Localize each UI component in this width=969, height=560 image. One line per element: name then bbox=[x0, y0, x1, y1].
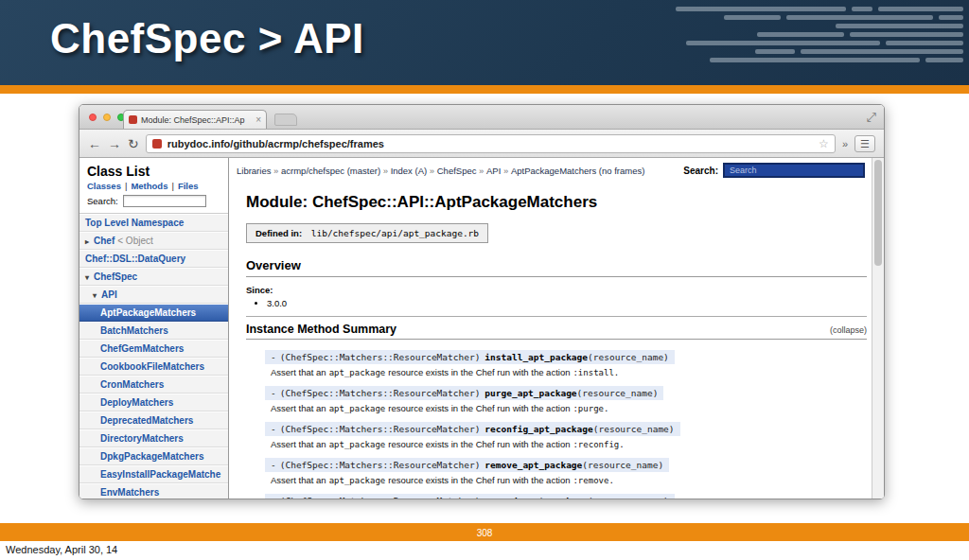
slide-header: ChefSpec > API bbox=[0, 0, 969, 85]
inline-code: apt_package bbox=[329, 476, 386, 485]
tree-toggle-icon[interactable]: ▸ bbox=[85, 234, 94, 250]
browser-titlebar: Module: ChefSpec::API::Ap × ⤢ bbox=[79, 105, 884, 130]
site-favicon-icon bbox=[152, 139, 162, 149]
sidebar-search-label: Search: bbox=[87, 196, 118, 206]
inline-code: :purge. bbox=[573, 404, 608, 413]
doc-body: Module: ChefSpec::API::AptPackageMatcher… bbox=[229, 182, 884, 499]
close-window-button[interactable] bbox=[89, 114, 97, 121]
class-tree-item[interactable]: Chef::DSL::DataQuery bbox=[79, 250, 228, 268]
class-tree-item[interactable]: ▾API bbox=[79, 286, 228, 304]
browser-window: Module: ChefSpec::API::Ap × ⤢ ← → ↻ ruby… bbox=[79, 104, 885, 499]
breadcrumb-item[interactable]: API bbox=[486, 166, 511, 176]
method-signature[interactable]: -(ChefSpec::Matchers::ResourceMatcher)re… bbox=[265, 458, 669, 472]
breadcrumb-item[interactable]: acrmp/chefspec (master) bbox=[281, 166, 391, 176]
reload-button[interactable]: ↻ bbox=[128, 137, 139, 150]
sidebar-nav: ClassesMethodsFiles bbox=[79, 180, 228, 193]
new-tab-button[interactable] bbox=[274, 114, 297, 126]
class-tree-item[interactable]: ▾ChefSpec bbox=[79, 268, 228, 286]
class-tree-item[interactable]: DirectoryMatchers bbox=[79, 429, 228, 447]
method-description: Assert that anapt_packageresource exists… bbox=[271, 367, 867, 377]
vertical-scrollbar[interactable] bbox=[872, 158, 884, 499]
back-button[interactable]: ← bbox=[88, 137, 101, 150]
class-tree: Top Level Namespace ▸Chef< Object Chef::… bbox=[79, 213, 228, 499]
browser-tab[interactable]: Module: ChefSpec::API::Ap × bbox=[123, 110, 267, 129]
method-description: Assert that anapt_packageresource exists… bbox=[271, 439, 867, 449]
inline-code: :remove. bbox=[573, 476, 613, 485]
tree-item-label: API bbox=[101, 289, 117, 300]
fullscreen-icon[interactable]: ⤢ bbox=[867, 110, 876, 125]
method-signature[interactable]: -(ChefSpec::Matchers::ResourceMatcher)pu… bbox=[265, 386, 663, 400]
class-tree-item[interactable]: CookbookFileMatchers bbox=[79, 358, 228, 376]
tree-item-label: DpkgPackageMatchers bbox=[100, 451, 204, 462]
sidebar-nav-link[interactable]: Methods bbox=[131, 181, 178, 191]
sidebar-search-input[interactable] bbox=[123, 195, 206, 207]
tree-item-label: Top Level Namespace bbox=[85, 218, 184, 228]
collapse-link[interactable]: (collapse) bbox=[830, 325, 867, 335]
url-bar[interactable]: rubydoc.info/github/acrmp/chefspec/frame… bbox=[146, 134, 836, 153]
class-tree-item[interactable]: ChefGemMatchers bbox=[79, 340, 228, 358]
breadcrumb-item[interactable]: Index (A) bbox=[391, 166, 437, 176]
minimize-window-button[interactable] bbox=[103, 114, 111, 121]
breadcrumb-item[interactable]: AptPackageMatchers (no frames) bbox=[511, 166, 645, 176]
class-tree-item[interactable]: Top Level Namespace bbox=[79, 214, 228, 232]
method-name: install_apt_package bbox=[484, 352, 588, 362]
page-number: 308 bbox=[477, 528, 493, 538]
method-signature[interactable]: -(ChefSpec::Matchers::ResourceMatcher)in… bbox=[265, 350, 675, 364]
menu-icon[interactable]: ☰ bbox=[854, 135, 875, 152]
bookmark-star-icon[interactable]: ☆ bbox=[819, 137, 829, 150]
doc-main: Librariesacrmp/chefspec (master)Index (A… bbox=[229, 158, 884, 499]
class-tree-item[interactable]: DpkgPackageMatchers bbox=[79, 447, 228, 465]
breadcrumb-bar: Librariesacrmp/chefspec (master)Index (A… bbox=[229, 158, 884, 182]
method-summary-item: -(ChefSpec::Matchers::ResourceMatcher)up… bbox=[265, 491, 867, 499]
inline-code: apt_package bbox=[329, 404, 386, 413]
module-title: Module: ChefSpec::API::AptPackageMatcher… bbox=[246, 193, 867, 212]
tab-close-icon[interactable]: × bbox=[255, 115, 261, 125]
class-tree-item[interactable]: DeployMatchers bbox=[79, 394, 228, 411]
sidebar-nav-link[interactable]: Classes bbox=[87, 181, 131, 191]
tree-item-label: DeprecatedMatchers bbox=[100, 415, 193, 426]
tree-item-label: BatchMatchers bbox=[100, 325, 168, 336]
defined-in-path: lib/chefspec/api/apt_package.rb bbox=[311, 228, 479, 238]
since-label: Since: bbox=[246, 285, 867, 295]
method-name: purge_apt_package bbox=[484, 388, 576, 398]
tree-toggle-icon[interactable]: ▾ bbox=[85, 270, 94, 286]
since-value: 3.0.0 bbox=[267, 298, 867, 308]
footer-date: Wednesday, April 30, 14 bbox=[6, 544, 117, 555]
class-tree-item[interactable]: EasyInstallPackageMatche bbox=[79, 465, 228, 483]
tab-title: Module: ChefSpec::API::Ap bbox=[141, 115, 252, 125]
tab-favicon-icon bbox=[129, 115, 137, 124]
class-tree-item[interactable]: BatchMatchers bbox=[79, 322, 228, 340]
tree-item-label: EasyInstallPackageMatche bbox=[100, 469, 220, 480]
method-name: reconfig_apt_package bbox=[484, 424, 592, 434]
blurred-text-lines bbox=[676, 7, 963, 66]
class-tree-item[interactable]: AptPackageMatchers bbox=[79, 304, 228, 322]
class-tree-item[interactable]: ▸Chef< Object bbox=[79, 232, 228, 250]
method-summary-item: -(ChefSpec::Matchers::ResourceMatcher)re… bbox=[265, 419, 867, 449]
doc-search-input[interactable]: Search bbox=[723, 163, 865, 178]
tree-item-label: ChefGemMatchers bbox=[100, 343, 184, 354]
doc-search-label: Search: bbox=[683, 166, 718, 176]
method-summary-list: -(ChefSpec::Matchers::ResourceMatcher)in… bbox=[265, 347, 867, 499]
defined-in-label: Defined in: bbox=[255, 228, 302, 238]
method-name: remove_apt_package bbox=[484, 460, 582, 470]
method-summary-heading: Instance Method Summary bbox=[246, 323, 396, 336]
method-summary-item: -(ChefSpec::Matchers::ResourceMatcher)in… bbox=[265, 347, 867, 377]
breadcrumb-item[interactable]: Libraries bbox=[237, 166, 281, 176]
forward-button[interactable]: → bbox=[108, 137, 121, 150]
breadcrumb-item[interactable]: ChefSpec bbox=[437, 166, 486, 176]
scrollbar-thumb[interactable] bbox=[874, 160, 882, 266]
method-description: Assert that anapt_packageresource exists… bbox=[271, 403, 867, 413]
class-list-sidebar: Class List ClassesMethodsFiles Search: T… bbox=[79, 158, 229, 499]
class-tree-item[interactable]: DeprecatedMatchers bbox=[79, 411, 228, 429]
tree-item-label: Chef bbox=[94, 236, 115, 246]
overflow-chevron-icon[interactable]: » bbox=[842, 138, 848, 149]
method-name: upgrade_apt_package bbox=[484, 496, 588, 499]
method-signature[interactable]: -(ChefSpec::Matchers::ResourceMatcher)up… bbox=[265, 494, 675, 499]
method-signature[interactable]: -(ChefSpec::Matchers::ResourceMatcher)re… bbox=[265, 422, 680, 436]
sidebar-nav-link[interactable]: Files bbox=[178, 181, 199, 191]
slide-footer: Wednesday, April 30, 14 bbox=[0, 541, 969, 560]
class-tree-item[interactable]: EnvMatchers bbox=[79, 483, 228, 499]
tree-item-label: EnvMatchers bbox=[100, 487, 159, 498]
tree-toggle-icon[interactable]: ▾ bbox=[93, 288, 101, 304]
class-tree-item[interactable]: CronMatchers bbox=[79, 376, 228, 394]
